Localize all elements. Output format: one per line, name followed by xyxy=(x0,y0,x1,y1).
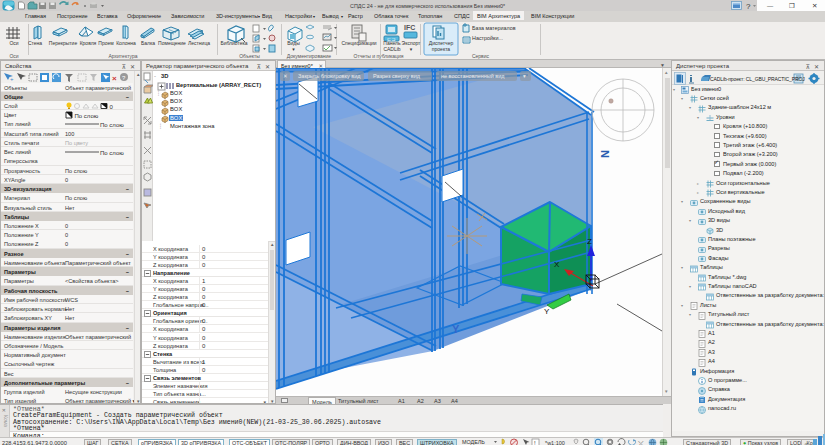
svg-text:Y: Y xyxy=(544,307,550,316)
svg-text:▾: ▾ xyxy=(523,73,526,79)
svg-text:По слою: По слою xyxy=(75,113,99,119)
svg-text:Закрыть блокировку вид: Закрыть блокировку вид xyxy=(298,73,361,79)
svg-text:⤫: ⤫ xyxy=(638,440,644,445)
svg-text:?: ? xyxy=(746,2,751,11)
svg-text:*w1:100: *w1:100 xyxy=(545,440,565,445)
svg-text:0: 0 xyxy=(110,104,114,110)
svg-text:По слою: По слою xyxy=(100,150,124,156)
svg-text:✕: ✕ xyxy=(283,73,288,79)
svg-text:Z: Z xyxy=(587,237,592,246)
svg-text:По слою: По слою xyxy=(100,122,124,128)
svg-text:Разрез сверху вид: Разрез сверху вид xyxy=(373,73,421,79)
svg-text:X: X xyxy=(554,260,560,269)
svg-text:Y: Y xyxy=(452,323,460,335)
svg-text:N: N xyxy=(599,150,611,158)
svg-text:не восстановленный вид: не восстановленный вид xyxy=(441,73,505,79)
svg-text:+: + xyxy=(10,76,14,82)
svg-text:IFC: IFC xyxy=(404,24,415,31)
